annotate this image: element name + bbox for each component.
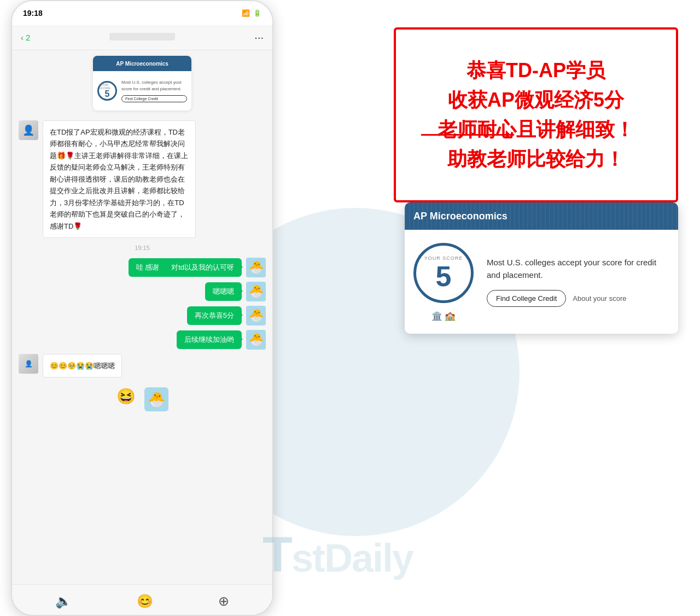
emoji-sender-avatar: 👤: [19, 354, 38, 374]
sent-bubble-2: 嗯嗯嗯: [205, 282, 242, 301]
status-time: 19:18: [23, 9, 43, 18]
ap-subject-label: AP Microeconomics: [413, 211, 508, 222]
bottom-bar: 🔈 😊 ⊕: [12, 584, 272, 616]
sent-row-4: 后续继续加油哟 🐣: [19, 330, 266, 350]
announcement-line1: 恭喜TD-AP学员: [466, 59, 605, 82]
big-score-number: 5: [436, 262, 452, 290]
sender-avatar: 👤: [19, 120, 38, 140]
sent-text-3: 再次恭喜5分: [195, 311, 234, 319]
nav-title-placeholder: [109, 33, 175, 40]
nav-bar: ‹ 2 ···: [12, 25, 272, 50]
sent-text-4: 后续继续加油哟: [184, 335, 234, 344]
score-thumb-desc: Most U.S. colleges accept your score for…: [121, 79, 187, 91]
sent-row-3: 再次恭喜5分 🐣: [19, 306, 266, 326]
back-button[interactable]: ‹ 2: [21, 33, 30, 42]
ap-score-card: AP Microeconomics YOUR SCORE 5 🏛️ 🏫 Most…: [405, 202, 678, 334]
battery-icon: 🔋: [253, 9, 261, 17]
building-icons: 🏛️ 🏫: [431, 311, 456, 321]
reaction-row: 😆 🐣: [19, 382, 266, 417]
score-thumb-find-btn[interactable]: Find College Credit: [121, 95, 187, 102]
emoji-text: 😊😊🥺😭😭嗯嗯嗯: [50, 362, 115, 370]
emoji-message-row: 👤 😊😊🥺😭😭嗯嗯嗯: [19, 354, 266, 377]
score-thumb-num: 5: [105, 90, 110, 98]
voice-icon[interactable]: 🔈: [55, 594, 72, 609]
chat-area: AP Microeconomics YOUR SCORE 5 Most U.S.…: [12, 50, 272, 584]
watermark-rest: stDaily: [291, 536, 413, 580]
emoji-reaction-1[interactable]: 😆: [116, 387, 136, 411]
score-thumb-subject: AP Microeconomics: [93, 56, 191, 71]
ap-score-body: YOUR SCORE 5 🏛️ 🏫 Most U.S. colleges acc…: [405, 230, 678, 334]
building-icon-1: 🏛️: [431, 311, 442, 321]
received-bubble: 在TD报了AP宏观和微观的经济课程，TD老师都很有耐心，小马甲杰尼经常帮我解决问…: [43, 120, 196, 238]
received-message-row: 👤 在TD报了AP宏观和微观的经济课程，TD老师都很有耐心，小马甲杰尼经常帮我解…: [19, 120, 266, 238]
your-score-label: YOUR SCORE: [424, 255, 463, 261]
score-description: Most U.S. colleges accept your score for…: [487, 257, 669, 281]
sent-row-2: 嗯嗯嗯 🐣: [19, 282, 266, 301]
sent-text-2: 嗯嗯嗯: [213, 287, 234, 295]
emoji-icon[interactable]: 😊: [137, 594, 153, 609]
score-thumb-circle: YOUR SCORE 5: [97, 81, 117, 101]
back-number: 2: [26, 33, 30, 42]
about-score-button[interactable]: About your score: [573, 294, 626, 303]
phone-mockup: 19:18 📶 🔋 ‹ 2 ··· AP Microeconomics YOUR…: [11, 0, 273, 616]
status-icons: 📶 🔋: [242, 9, 261, 17]
wifi-icon: 📶: [242, 9, 250, 17]
add-icon[interactable]: ⊕: [218, 594, 229, 609]
status-bar: 19:18 📶 🔋: [12, 1, 272, 25]
announcement-line4: 助教老师比较给力！: [447, 148, 625, 170]
received-text: 在TD报了AP宏观和微观的经济课程，TD老师都很有耐心，小马甲杰尼经常帮我解决问…: [50, 128, 188, 230]
announcement-box: 恭喜TD-AP学员 收获AP微观经济5分 老师耐心且讲解细致！ 助教老师比较给力…: [394, 27, 678, 202]
timestamp: 19:15: [19, 245, 266, 251]
score-thumb-body: YOUR SCORE 5 Most U.S. colleges accept y…: [93, 71, 191, 111]
score-thumb-card: AP Microeconomics YOUR SCORE 5 Most U.S.…: [93, 56, 191, 111]
emoji-bubble: 😊😊🥺😭😭嗯嗯嗯: [43, 354, 122, 377]
announcement-text: 恭喜TD-AP学员 收获AP微观经济5分 老师耐心且讲解细致！ 助教老师比较给力…: [438, 56, 634, 174]
sent-bubble-1: 哇 感谢 对td以及我的认可呀: [129, 258, 242, 277]
chevron-left-icon: ‹: [21, 33, 24, 42]
score-buttons: Find College Credit About your score: [487, 290, 669, 307]
sent-bubble-3: 再次恭喜5分: [187, 306, 242, 325]
ap-score-header: AP Microeconomics: [405, 202, 678, 230]
sent-text-1: 哇 感谢 对td以及我的认可呀: [136, 263, 234, 271]
find-college-credit-button[interactable]: Find College Credit: [487, 290, 566, 307]
sent-row-1: 哇 感谢 对td以及我的认可呀 🐣: [19, 258, 266, 277]
nav-title-area: [36, 33, 249, 43]
emoji-reaction-avatar: 🐣: [144, 387, 168, 411]
score-right: Most U.S. colleges accept your score for…: [487, 257, 669, 307]
announcement-line2: 收获AP微观经济5分: [448, 89, 624, 111]
arrow-indicator: [421, 134, 514, 136]
score-circle: YOUR SCORE 5: [413, 243, 474, 303]
building-icon-2: 🏫: [445, 311, 456, 321]
announcement-line3: 老师耐心且讲解细致！: [438, 118, 634, 141]
right-panel: 恭喜TD-AP学员 收获AP微观经济5分 老师耐心且讲解细致！ 助教老师比较给力…: [252, 27, 678, 334]
watermark-text: TstDaily: [262, 527, 413, 583]
sent-bubble-4: 后续继续加油哟: [177, 330, 242, 349]
